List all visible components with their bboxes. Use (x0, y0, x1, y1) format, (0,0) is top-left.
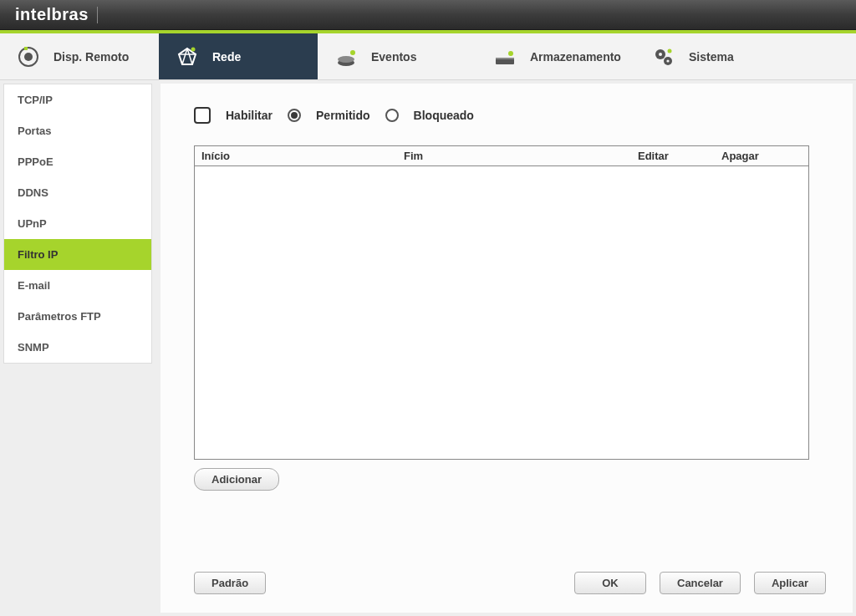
col-apagar: Apagar (721, 150, 805, 162)
col-inicio: Início (195, 150, 404, 162)
svg-point-7 (191, 47, 196, 51)
storage-icon (492, 43, 518, 70)
add-button-row: Adicionar (194, 473, 826, 486)
network-icon (174, 43, 201, 70)
tab-label: Disp. Remoto (54, 50, 129, 64)
brand-divider (97, 7, 98, 23)
tab-events[interactable]: Eventos (318, 33, 476, 79)
bottom-button-row: Padrão OK Cancelar Aplicar (194, 572, 826, 594)
sidebar-item-snmp[interactable]: SNMP (4, 332, 151, 363)
col-editar: Editar (638, 150, 721, 162)
sidebar-item-label: DDNS (18, 186, 48, 199)
default-button[interactable]: Padrão (194, 572, 266, 594)
add-button[interactable]: Adicionar (194, 468, 279, 491)
tab-storage[interactable]: Armazenamento (476, 33, 635, 79)
svg-rect-12 (496, 58, 514, 59)
sidebar-item-ddns[interactable]: DDNS (4, 177, 151, 208)
sidebar-item-ports[interactable]: Portas (4, 115, 151, 146)
tab-remote-device[interactable]: Disp. Remoto (0, 33, 159, 79)
svg-point-17 (666, 59, 669, 62)
tab-label: Eventos (371, 50, 416, 64)
sidebar-item-tcpip[interactable]: TCP/IP (4, 84, 151, 115)
brand-bar: intelbras (0, 0, 856, 30)
svg-point-10 (350, 50, 355, 55)
controls-row: Habilitar Permitido Bloqueado (194, 107, 826, 124)
allowed-radio[interactable] (288, 109, 301, 122)
enable-checkbox[interactable] (194, 107, 211, 124)
cancel-button[interactable]: Cancelar (660, 572, 741, 594)
ip-filter-table: Início Fim Editar Apagar (194, 145, 809, 460)
sidebar: TCP/IP Portas PPPoE DDNS UPnP Filtro IP … (3, 84, 152, 364)
sidebar-item-label: PPPoE (18, 155, 54, 168)
svg-point-13 (508, 51, 513, 56)
main-tabs: Disp. Remoto Rede Eventos Armazenamento … (0, 33, 856, 80)
spacer (266, 572, 561, 594)
svg-point-1 (24, 53, 33, 61)
enable-label: Habilitar (226, 109, 273, 122)
table-header: Início Fim Editar Apagar (195, 146, 808, 166)
tab-system[interactable]: Sistema (635, 33, 794, 79)
tab-label: Armazenamento (530, 50, 621, 64)
sidebar-item-label: UPnP (18, 217, 47, 230)
ok-button[interactable]: OK (574, 572, 646, 594)
events-icon (333, 43, 359, 70)
svg-rect-2 (24, 47, 28, 50)
blocked-radio[interactable] (385, 109, 399, 122)
sidebar-item-ftp-params[interactable]: Parâmetros FTP (4, 301, 151, 332)
apply-button[interactable]: Aplicar (754, 572, 826, 594)
main-panel: Habilitar Permitido Bloqueado Início Fim… (160, 84, 853, 613)
allowed-label: Permitido (316, 109, 370, 122)
gear-icon (650, 43, 677, 70)
svg-point-18 (668, 48, 672, 53)
camera-icon (15, 43, 42, 70)
sidebar-item-ip-filter[interactable]: Filtro IP (4, 239, 151, 270)
sidebar-item-label: Filtro IP (18, 248, 58, 261)
sidebar-item-label: E-mail (18, 279, 50, 292)
blocked-label: Bloqueado (414, 109, 474, 122)
content-area: TCP/IP Portas PPPoE DDNS UPnP Filtro IP … (0, 80, 856, 616)
sidebar-item-label: TCP/IP (18, 94, 53, 106)
sidebar-item-label: Portas (18, 125, 51, 137)
svg-point-15 (659, 53, 662, 56)
sidebar-item-email[interactable]: E-mail (4, 270, 151, 301)
sidebar-item-upnp[interactable]: UPnP (4, 208, 151, 239)
brand-logo-text: intelbras (15, 5, 89, 24)
table-body (195, 166, 808, 459)
sidebar-item-label: Parâmetros FTP (18, 310, 101, 323)
col-fim: Fim (404, 150, 638, 162)
sidebar-item-pppoe[interactable]: PPPoE (4, 146, 151, 177)
sidebar-item-label: SNMP (18, 341, 49, 354)
svg-point-9 (338, 56, 354, 63)
tab-network[interactable]: Rede (159, 33, 318, 79)
tab-label: Rede (212, 50, 241, 64)
tab-label: Sistema (689, 50, 734, 64)
